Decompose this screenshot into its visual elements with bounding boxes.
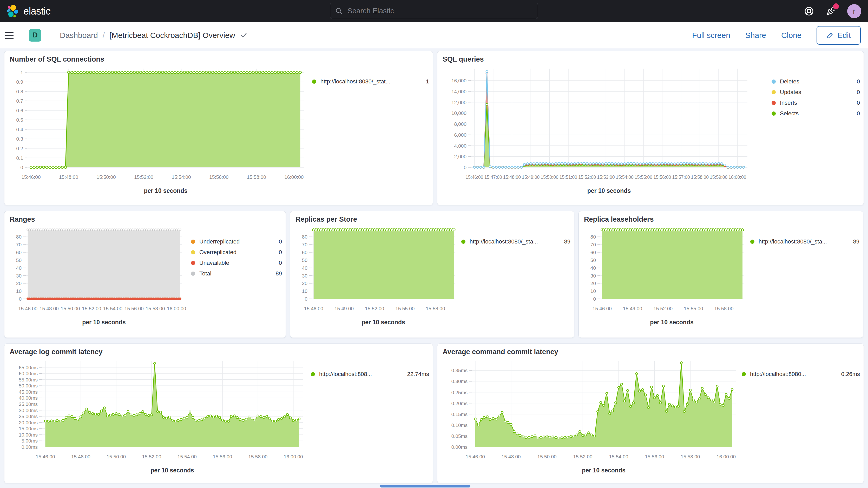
- svg-text:60.00ms: 60.00ms: [19, 371, 38, 376]
- page-title: [Metricbeat CockroachDB] Overview: [110, 31, 235, 40]
- svg-text:0: 0: [305, 296, 307, 302]
- chart-sql-queries[interactable]: 02,0004,0006,0008,00010,00012,00014,0001…: [439, 64, 753, 204]
- svg-text:1: 1: [20, 70, 23, 75]
- panel-average-command-commit-latency: Average command commit latency 0.00ms0.0…: [437, 343, 864, 483]
- dashboard-badge[interactable]: D: [29, 29, 41, 41]
- legend-item-http-localhost-808-[interactable]: http://localhost:808...22.74ms: [311, 371, 429, 377]
- svg-text:4,000: 4,000: [454, 143, 466, 149]
- chart-sql-connections[interactable]: 00.10.20.30.40.50.60.70.80.9115:46:0015:…: [6, 64, 309, 204]
- legend-color-dot: [191, 272, 195, 276]
- svg-text:15:53:00: 15:53:00: [597, 175, 615, 180]
- svg-text:0.2: 0.2: [17, 146, 23, 151]
- elastic-logo-text: elastic: [23, 6, 51, 17]
- legend-item-updates[interactable]: Updates0: [772, 89, 860, 96]
- svg-text:0.00ms: 0.00ms: [22, 444, 38, 450]
- legend-color-dot: [772, 90, 776, 94]
- newsfeed-icon[interactable]: [826, 6, 836, 17]
- legend-label: http://localhost:8080/_stat...: [320, 78, 390, 85]
- legend-item-deletes[interactable]: Deletes0: [772, 78, 860, 85]
- svg-text:0.5: 0.5: [17, 117, 23, 123]
- legend-item-http-localhost-8080-sta-[interactable]: http://localhost:8080/_sta...89: [461, 238, 570, 245]
- svg-text:15:55:00: 15:55:00: [395, 306, 414, 311]
- menu-icon[interactable]: [5, 29, 17, 41]
- legend-item-http-localhost-8080-stat-[interactable]: http://localhost:8080/_stat...1: [312, 78, 429, 85]
- svg-text:5.00ms: 5.00ms: [22, 438, 38, 444]
- title-check-icon[interactable]: [240, 32, 247, 39]
- svg-text:15:58:00: 15:58:00: [691, 175, 709, 180]
- svg-text:0.1: 0.1: [17, 155, 23, 161]
- global-search[interactable]: [330, 3, 538, 19]
- legend-item-overreplicated[interactable]: Overreplicated0: [191, 249, 282, 256]
- svg-text:15:48:00: 15:48:00: [39, 306, 59, 311]
- svg-text:0.05ms: 0.05ms: [452, 433, 467, 439]
- panel-number-of-sql-connections: Number of SQL connections 00.10.20.30.40…: [4, 51, 433, 205]
- legend-item-http-localhost-8080-[interactable]: http://localhost:8080...0.26ms: [742, 371, 860, 377]
- svg-text:50: 50: [590, 257, 596, 263]
- toolbar-actions: Full screen Share Clone Edit: [692, 26, 861, 45]
- legend-item-total[interactable]: Total89: [191, 270, 282, 277]
- legend-label: http://localhost:808...: [319, 371, 372, 377]
- panel-title: SQL queries: [437, 51, 864, 63]
- chart-legend: http://localhost:808...22.74ms: [311, 357, 429, 483]
- legend-color-dot: [772, 112, 776, 116]
- legend-item-selects[interactable]: Selects0: [772, 110, 860, 117]
- svg-text:15:50:00: 15:50:00: [537, 454, 557, 459]
- legend-color-dot: [312, 80, 316, 84]
- elastic-logo[interactable]: elastic: [7, 4, 51, 18]
- panel-title: Average command commit latency: [437, 344, 864, 356]
- chart-ranges[interactable]: 0102030405060708015:46:0015:48:0015:50:0…: [6, 224, 186, 331]
- legend-color-dot: [191, 261, 195, 265]
- chart-replicas-per-store[interactable]: 0102030405060708015:46:0015:49:0015:52:0…: [292, 224, 459, 331]
- edit-button[interactable]: Edit: [816, 26, 861, 45]
- svg-text:0.3: 0.3: [17, 136, 23, 142]
- legend-label: http://localhost:8080/_sta...: [758, 238, 827, 245]
- legend-item-inserts[interactable]: Inserts0: [772, 99, 860, 106]
- legend-label: Deletes: [780, 78, 799, 85]
- svg-text:15:49:00: 15:49:00: [623, 306, 642, 311]
- dashboard-content: Number of SQL connections 00.10.20.30.40…: [0, 48, 868, 483]
- svg-text:per 10 seconds: per 10 seconds: [82, 319, 126, 326]
- svg-text:25.00ms: 25.00ms: [19, 414, 38, 419]
- horizontal-scrollbar-thumb[interactable]: [380, 485, 470, 487]
- clone-button[interactable]: Clone: [781, 31, 802, 40]
- svg-text:30: 30: [302, 273, 307, 279]
- panel-replicas-per-store: Replicas per Store 0102030405060708015:4…: [290, 211, 574, 338]
- svg-text:80: 80: [302, 234, 307, 240]
- legend-label: Total: [199, 270, 211, 277]
- user-avatar[interactable]: r: [847, 4, 861, 18]
- legend-item-http-localhost-8080-sta-[interactable]: http://localhost:8080/_sta...89: [750, 238, 860, 245]
- svg-text:per 10 seconds: per 10 seconds: [362, 319, 405, 326]
- svg-text:15:56:00: 15:56:00: [213, 454, 232, 459]
- legend-item-underreplicated[interactable]: Underreplicated0: [191, 238, 282, 245]
- svg-text:16:00:00: 16:00:00: [716, 454, 736, 459]
- svg-text:15:58:00: 15:58:00: [248, 454, 268, 459]
- full-screen-button[interactable]: Full screen: [692, 31, 730, 40]
- svg-text:per 10 seconds: per 10 seconds: [144, 187, 187, 194]
- pencil-icon: [827, 32, 834, 39]
- help-icon[interactable]: [804, 6, 814, 16]
- chart-avg-log-commit-latency[interactable]: 0.00ms5.00ms10.00ms15.00ms20.00ms25.00ms…: [6, 357, 308, 483]
- chart-replica-leaseholders[interactable]: 0102030405060708015:46:0015:49:0015:52:0…: [581, 224, 747, 331]
- share-button[interactable]: Share: [745, 31, 766, 40]
- breadcrumb: Dashboard / [Metricbeat CockroachDB] Ove…: [60, 31, 247, 40]
- svg-text:14,000: 14,000: [452, 89, 466, 94]
- svg-text:15:46:00: 15:46:00: [36, 454, 55, 459]
- chart-avg-command-commit-latency[interactable]: 0.00ms0.05ms0.10ms0.15ms0.20ms0.25ms0.30…: [439, 357, 741, 483]
- svg-text:15:49:00: 15:49:00: [335, 306, 354, 311]
- svg-text:per 10 seconds: per 10 seconds: [650, 319, 693, 326]
- svg-text:16:00:00: 16:00:00: [167, 306, 186, 311]
- svg-text:15:46:00: 15:46:00: [22, 174, 41, 180]
- search-input[interactable]: [347, 6, 533, 15]
- breadcrumb-dashboard-link[interactable]: Dashboard: [60, 31, 98, 40]
- legend-label: http://localhost:8080...: [750, 371, 806, 377]
- legend-value: 0: [851, 89, 860, 96]
- svg-text:0: 0: [464, 165, 466, 170]
- legend-item-unavailable[interactable]: Unavailable0: [191, 260, 282, 266]
- chart-legend: http://localhost:8080/_sta...89: [461, 224, 570, 331]
- svg-text:0.4: 0.4: [17, 127, 23, 132]
- svg-text:15:54:00: 15:54:00: [616, 175, 633, 180]
- panel-average-log-commit-latency: Average log commit latency 0.00ms5.00ms1…: [4, 343, 433, 483]
- svg-text:60: 60: [16, 250, 22, 255]
- svg-text:15:56:00: 15:56:00: [653, 175, 671, 180]
- svg-text:60: 60: [302, 250, 307, 255]
